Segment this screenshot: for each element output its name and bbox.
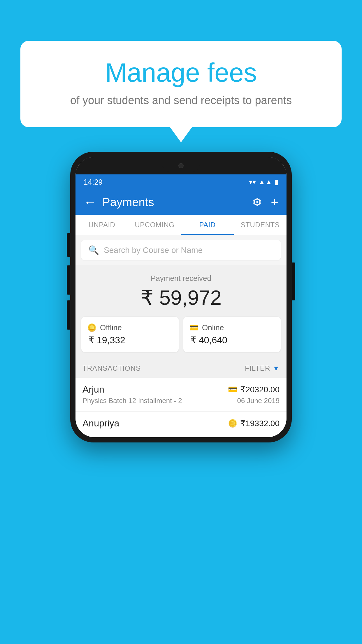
transactions-header: TRANSACTIONS FILTER ▼	[75, 359, 287, 378]
filter-button[interactable]: FILTER ▼	[245, 364, 280, 372]
filter-label: FILTER	[245, 364, 270, 372]
phone-screen: 14:29 ▾▾ ▲▲ ▮ ← Payments ⚙ + UNPAID	[75, 157, 287, 437]
transaction-amount-row: 🪙 ₹19332.00	[228, 419, 280, 428]
notch-cutout	[162, 159, 200, 172]
online-label: Online	[202, 323, 224, 332]
transaction-amount: ₹20320.00	[240, 385, 280, 394]
bubble-subtitle: of your students and send receipts to pa…	[44, 94, 318, 107]
transaction-top: Anupriya 🪙 ₹19332.00	[82, 418, 280, 429]
transaction-bottom: Physics Batch 12 Installment - 2 06 June…	[82, 397, 280, 405]
transaction-course: Physics Batch 12 Installment - 2	[82, 397, 182, 405]
speech-bubble: Manage fees of your students and send re…	[20, 41, 342, 127]
phone-mockup: 14:29 ▾▾ ▲▲ ▮ ← Payments ⚙ + UNPAID	[70, 152, 292, 442]
online-card-type-row: 💳 Online	[189, 323, 224, 332]
transaction-amount-row: 💳 ₹20320.00	[228, 385, 280, 394]
volume-up-button	[67, 265, 70, 295]
app-header: ← Payments ⚙ +	[75, 190, 287, 215]
transaction-top: Arjun 💳 ₹20320.00	[82, 384, 280, 395]
search-placeholder: Search by Course or Name	[104, 246, 203, 255]
tab-paid[interactable]: PAID	[181, 215, 234, 235]
battery-icon: ▮	[275, 178, 278, 186]
search-bar[interactable]: 🔍 Search by Course or Name	[81, 240, 281, 260]
filter-icon: ▼	[273, 364, 280, 372]
table-row[interactable]: Arjun 💳 ₹20320.00 Physics Batch 12 Insta…	[75, 378, 287, 412]
transactions-label: TRANSACTIONS	[82, 364, 141, 372]
offline-amount: ₹ 19,332	[87, 335, 125, 346]
signal-icon: ▲▲	[258, 178, 272, 186]
tabs-bar: UNPAID UPCOMING PAID STUDENTS	[75, 215, 287, 235]
settings-icon[interactable]: ⚙	[252, 196, 262, 209]
cash-icon: 🪙	[87, 323, 96, 332]
phone-notch	[75, 157, 287, 174]
payment-cards: 🪙 Offline ₹ 19,332 💳 Online ₹ 40,640	[81, 317, 281, 352]
transaction-date: 06 June 2019	[237, 397, 280, 405]
tab-unpaid[interactable]: UNPAID	[75, 215, 128, 235]
transaction-amount: ₹19332.00	[240, 419, 280, 428]
bubble-title: Manage fees	[44, 58, 318, 87]
offline-payment-card: 🪙 Offline ₹ 19,332	[81, 317, 179, 352]
volume-down-button	[67, 300, 70, 330]
card-icon: 💳	[189, 323, 198, 332]
online-amount: ₹ 40,640	[189, 335, 227, 346]
speech-bubble-container: Manage fees of your students and send re…	[20, 41, 342, 127]
phone-outer: 14:29 ▾▾ ▲▲ ▮ ← Payments ⚙ + UNPAID	[70, 152, 292, 442]
back-button[interactable]: ←	[84, 196, 96, 209]
payment-received-label: Payment received	[81, 274, 281, 283]
offline-card-type-row: 🪙 Offline	[87, 323, 122, 332]
transaction-name: Anupriya	[82, 418, 119, 429]
payment-summary: Payment received ₹ 59,972 🪙 Offline ₹ 19…	[75, 265, 287, 359]
front-camera	[178, 163, 184, 168]
cash-payment-icon: 🪙	[228, 419, 237, 428]
payment-total-amount: ₹ 59,972	[81, 286, 281, 310]
card-payment-icon: 💳	[228, 385, 237, 394]
offline-label: Offline	[100, 323, 122, 332]
status-icons: ▾▾ ▲▲ ▮	[249, 178, 278, 186]
online-payment-card: 💳 Online ₹ 40,640	[183, 317, 281, 352]
tab-students[interactable]: STUDENTS	[234, 215, 287, 235]
status-time: 14:29	[84, 178, 103, 187]
header-title: Payments	[102, 196, 246, 209]
add-button[interactable]: +	[271, 195, 278, 209]
status-bar: 14:29 ▾▾ ▲▲ ▮	[75, 174, 287, 190]
power-button	[292, 262, 295, 300]
search-icon: 🔍	[88, 245, 99, 255]
search-container: 🔍 Search by Course or Name	[75, 235, 287, 265]
wifi-icon: ▾▾	[249, 178, 256, 186]
tab-upcoming[interactable]: UPCOMING	[128, 215, 181, 235]
transaction-name: Arjun	[82, 384, 104, 395]
table-row[interactable]: Anupriya 🪙 ₹19332.00	[75, 412, 287, 437]
